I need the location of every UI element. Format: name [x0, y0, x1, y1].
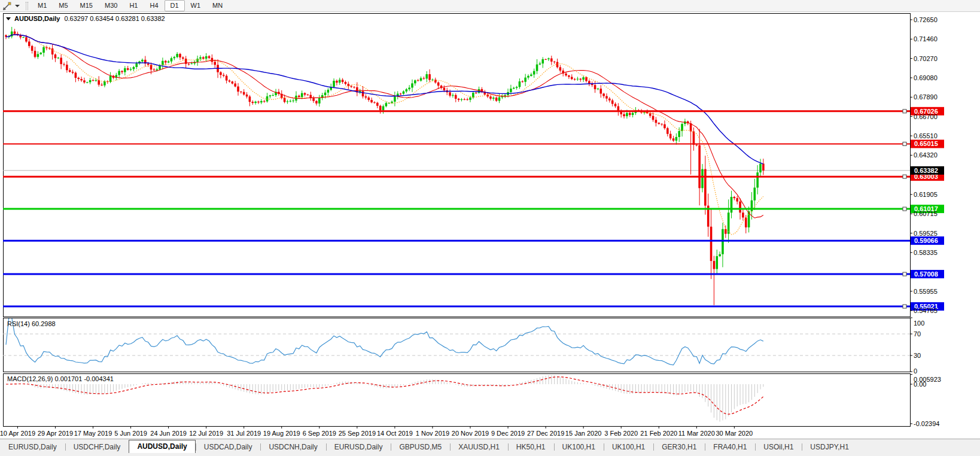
svg-text:10 Apr 2019: 10 Apr 2019: [0, 430, 35, 437]
svg-text:29 Apr 2019: 29 Apr 2019: [38, 430, 73, 437]
svg-text:5 Jun 2019: 5 Jun 2019: [114, 430, 147, 437]
svg-text:0.69080: 0.69080: [914, 74, 938, 81]
svg-text:0.66700: 0.66700: [914, 113, 938, 120]
chart-tab-13-usoil[interactable]: USOil,H1: [755, 441, 802, 454]
svg-text:27 Dec 2019: 27 Dec 2019: [527, 430, 564, 437]
timeframe-button-m15[interactable]: M15: [74, 0, 99, 11]
draw-tool-button[interactable]: [0, 1, 22, 11]
svg-text:12 Jul 2019: 12 Jul 2019: [189, 430, 223, 437]
timeframe-button-d1[interactable]: D1: [165, 0, 185, 11]
svg-text:0.59066: 0.59066: [914, 237, 938, 244]
svg-text:100: 100: [914, 320, 924, 327]
svg-text:0.54765: 0.54765: [914, 307, 938, 314]
svg-text:70: 70: [914, 330, 921, 338]
timeframe-button-group: M1M5M15M30H1H4D1W1MN: [32, 0, 229, 11]
chart-tab-7-xauusd[interactable]: XAUUSD,H1: [450, 441, 508, 454]
svg-text:0.65015: 0.65015: [914, 140, 938, 147]
chart-canvas[interactable]: 0.670260.650150.630030.610170.590660.570…: [0, 0, 980, 439]
svg-text:15 Jan 2020: 15 Jan 2020: [565, 430, 602, 437]
timeframe-button-w1[interactable]: W1: [185, 0, 207, 11]
svg-text:0.65510: 0.65510: [914, 132, 938, 139]
svg-text:0.64320: 0.64320: [914, 151, 938, 159]
chart-tab-8-hk50[interactable]: HK50,H1: [508, 441, 554, 454]
svg-text:11 Mar 2020: 11 Mar 2020: [678, 430, 715, 437]
svg-text:0.72650: 0.72650: [914, 16, 938, 23]
svg-text:20 Nov 2019: 20 Nov 2019: [452, 430, 489, 437]
svg-text:0.67890: 0.67890: [914, 93, 938, 101]
svg-text:0.63382: 0.63382: [914, 167, 938, 174]
svg-text:0: 0: [914, 367, 917, 375]
svg-text:14 Oct 2019: 14 Oct 2019: [377, 430, 413, 437]
svg-text:24 Jun 2019: 24 Jun 2019: [150, 430, 187, 437]
current-price-label: 0.63382: [911, 166, 944, 175]
svg-text:0.59525: 0.59525: [914, 230, 938, 237]
svg-text:3 Feb 2020: 3 Feb 2020: [604, 430, 638, 437]
svg-text:0.55955: 0.55955: [914, 288, 938, 295]
svg-text:0.70270: 0.70270: [914, 55, 938, 62]
svg-text:6 Sep 2019: 6 Sep 2019: [303, 430, 336, 437]
svg-text:0.61905: 0.61905: [914, 191, 938, 198]
timeframe-button-m1[interactable]: M1: [32, 0, 53, 11]
svg-text:25 Sep 2019: 25 Sep 2019: [339, 430, 376, 437]
svg-text:9 Dec 2019: 9 Dec 2019: [491, 430, 525, 437]
timeframe-button-h4[interactable]: H4: [144, 0, 164, 11]
timeframe-button-m5[interactable]: M5: [53, 0, 74, 11]
chevron-down-icon[interactable]: [15, 5, 20, 7]
svg-text:30 Mar 2020: 30 Mar 2020: [716, 430, 753, 437]
chart-tab-6-gbpusd[interactable]: GBPUSD,M5: [391, 441, 450, 454]
svg-text:21 Feb 2020: 21 Feb 2020: [640, 430, 677, 437]
chart-title: AUDUSD,Daily 0.63297 0.63454 0.63281 0.6…: [6, 15, 165, 22]
svg-text:0.00: 0.00: [914, 381, 926, 388]
svg-text:19 Aug 2019: 19 Aug 2019: [263, 430, 300, 437]
chart-tab-bar: EURUSD,DailyUSDCHF,DailyAUDUSD,DailyUSDC…: [0, 439, 980, 454]
svg-text:-0.02394: -0.02394: [914, 420, 939, 427]
symbol-period-label: AUDUSD,Daily: [14, 15, 60, 22]
trendline-draw-icon: [2, 1, 12, 11]
chart-tab-1-usdchf[interactable]: USDCHF,Daily: [65, 441, 129, 454]
status-strip: [0, 453, 980, 456]
chart-menu-caret-icon[interactable]: [6, 17, 11, 20]
chart-tab-12-fra40[interactable]: FRA40,H1: [705, 441, 755, 454]
rsi-indicator-label: RSI(14) 60.2988: [7, 320, 56, 327]
chart-tab-9-uk100[interactable]: UK100,H1: [554, 441, 604, 454]
macd-indicator-label: MACD(12,26,9) 0.001701 -0.004341: [7, 375, 114, 382]
timeframe-button-h1[interactable]: H1: [123, 0, 144, 11]
svg-text:0.57008: 0.57008: [914, 270, 938, 278]
chart-tab-4-usdcnh[interactable]: USDCNH,Daily: [260, 441, 325, 454]
svg-text:0.60715: 0.60715: [914, 210, 938, 217]
svg-text:17 May 2019: 17 May 2019: [74, 430, 112, 437]
mt4-window: M1M5M15M30H1H4D1W1MN 0.670260.650150.630…: [0, 0, 980, 456]
svg-text:0.58335: 0.58335: [914, 249, 938, 256]
chart-tab-5-eurusd[interactable]: EURUSD,Daily: [326, 441, 391, 454]
ohlc-values: 0.63297 0.63454 0.63281 0.63382: [64, 15, 165, 22]
svg-text:0.71460: 0.71460: [914, 35, 938, 42]
svg-text:31 Jul 2019: 31 Jul 2019: [227, 430, 261, 437]
chart-tab-14-usdjpy[interactable]: USDJPY,H1: [802, 441, 857, 454]
timeframe-button-mn[interactable]: MN: [206, 0, 229, 11]
svg-text:1 Nov 2019: 1 Nov 2019: [416, 430, 449, 437]
chart-tab-10-uk100[interactable]: UK100,H1: [604, 441, 653, 454]
chart-area[interactable]: 0.670260.650150.630030.610170.590660.570…: [0, 12, 980, 439]
svg-text:30: 30: [914, 352, 921, 359]
chart-tab-3-usdcad[interactable]: USDCAD,Daily: [196, 441, 261, 454]
chart-tab-11-ger30[interactable]: GER30,H1: [653, 441, 705, 454]
chart-tab-0-eurusd[interactable]: EURUSD,Daily: [0, 441, 65, 454]
timeframe-button-m30[interactable]: M30: [99, 0, 123, 11]
toolbar-grip: [26, 2, 28, 10]
toolbar: M1M5M15M30H1H4D1W1MN: [0, 0, 980, 12]
chart-tab-2-audusd[interactable]: AUDUSD,Daily: [129, 440, 195, 454]
